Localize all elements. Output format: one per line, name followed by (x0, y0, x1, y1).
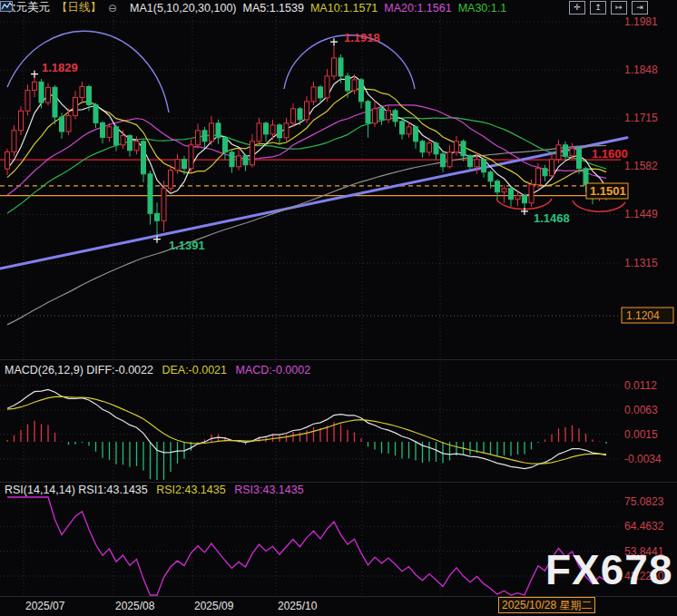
swing-annotation: 1.1829 (42, 61, 78, 74)
ma100-line (7, 146, 606, 325)
candle-body (46, 87, 51, 103)
candle-body (87, 86, 92, 104)
candle-body (250, 142, 255, 165)
candle-body (162, 189, 166, 221)
swing-annotation: 1.1391 (169, 239, 205, 252)
price-axis-label: 1.1715 (624, 112, 658, 124)
candle-body (237, 156, 241, 167)
price-axis-label: 1.1582 (624, 160, 658, 172)
candle-body (509, 189, 514, 200)
ma-indicator-label: MA1(5,10,20,30,100) (130, 2, 236, 15)
x-axis-label: 2025/07 (25, 600, 65, 612)
candle-body (202, 131, 207, 142)
candle-body (523, 196, 527, 203)
candle-body (529, 185, 534, 203)
candle-body (291, 109, 296, 123)
candle-body (427, 143, 432, 152)
candle-body (536, 169, 541, 185)
swing-annotation: 1.1468 (534, 211, 570, 225)
candle-body (134, 142, 139, 151)
chart-canvas[interactable]: 1.19811.18481.17151.15821.14491.13151.12… (0, 0, 677, 616)
price-axis-label: 1.1981 (624, 15, 658, 28)
ma30-legend: MA30:1.1 (458, 2, 507, 15)
macd-dea-label: DEA:-0.0021 (162, 364, 227, 376)
candle-body (325, 76, 329, 98)
macd-axis-label: 0.0112 (624, 379, 657, 392)
macd-diff-line (7, 389, 606, 468)
x-axis-label: 2025/09 (194, 600, 234, 612)
candle-body (257, 123, 261, 142)
candle-body (114, 127, 119, 145)
candle-body (346, 76, 350, 91)
scale-right-icon[interactable]: ↦ (611, 1, 627, 15)
candle-body (155, 213, 160, 220)
period-tag: 【日线】 (56, 0, 102, 15)
candle-body (319, 87, 323, 98)
candle-body (359, 80, 364, 102)
candle-body (584, 169, 588, 185)
candle-body (278, 125, 282, 138)
macd-axis-label: 0.0063 (624, 404, 658, 416)
candle-body (407, 127, 411, 134)
candle-body (175, 160, 180, 171)
macd-macd-label: MACD:-0.0002 (236, 364, 311, 376)
candle-body (570, 149, 574, 156)
candle-body (107, 127, 112, 138)
candle-body (60, 117, 64, 132)
candle-body (80, 86, 84, 97)
swing-plus-marker (330, 38, 338, 45)
candle-body (482, 160, 486, 172)
collapse-icon[interactable]: ⊖ (108, 2, 117, 15)
candle-body (74, 97, 78, 115)
selected-date-label: 2025/10/28 星期二 (498, 597, 595, 613)
cycle-arc-bottom (573, 200, 625, 211)
marked-low-label: 1.1204 (626, 309, 660, 322)
candle-body (502, 189, 506, 192)
candle-body (515, 196, 520, 200)
candle-body (284, 123, 289, 138)
scale-up-icon[interactable]: ↥ (590, 1, 606, 15)
candle-body (270, 125, 275, 134)
pan-right-icon[interactable]: ⇥ (632, 1, 648, 15)
candle-body (311, 87, 316, 102)
candle-body (379, 109, 384, 120)
candle-body (488, 172, 493, 181)
crosshair-icon[interactable]: ✛ (569, 1, 585, 15)
chart-toolbar: ✛ ↥ ↦ ⇥ (569, 1, 648, 15)
chart-window: 1.19811.18481.17151.15821.14491.13151.12… (0, 0, 677, 616)
candle-body (298, 109, 302, 120)
candle-body (434, 143, 438, 154)
macd-panel-header: MACD(26,12,9) DIFF:-0.0022 DEA:-0.0021 M… (5, 364, 316, 376)
price-axis-label: 1.1449 (624, 208, 658, 220)
candle-body (101, 122, 105, 137)
candle-body (142, 142, 146, 174)
candle-body (550, 160, 554, 176)
candle-body (19, 111, 24, 131)
x-axis-label: 2025/10 (278, 600, 318, 612)
candle-body (338, 58, 343, 76)
candle-body (128, 135, 132, 150)
macd-dea-line (7, 396, 606, 464)
candle-body (53, 87, 57, 117)
candle-body (12, 131, 16, 152)
swing-annotation: 1.1918 (344, 31, 380, 44)
rsi-panel-header: RSI(14,14,14) RSI1:43.1435 RSI2:43.1435 … (5, 484, 309, 496)
candle-body (447, 152, 452, 167)
candle-body (5, 152, 10, 169)
candle-body (66, 115, 71, 132)
candle-body (577, 149, 582, 169)
main-price-panel (0, 31, 627, 325)
rsi1-label: RSI(14,14,14) RSI1:43.1435 (5, 484, 148, 496)
rsi3-label: RSI3:43.1435 (234, 484, 303, 496)
candle-body (414, 127, 418, 142)
candle-body (387, 111, 391, 120)
candle-body (441, 154, 446, 167)
candle-body (461, 142, 466, 156)
swing-plus-marker (31, 71, 38, 78)
rsi2-label: RSI2:43.1435 (156, 484, 225, 496)
candle-body (366, 102, 370, 123)
candle-body (475, 160, 479, 167)
candle-body (148, 174, 152, 214)
candle-body (39, 82, 44, 103)
ma20-legend: MA20:1.1561 (384, 2, 451, 15)
